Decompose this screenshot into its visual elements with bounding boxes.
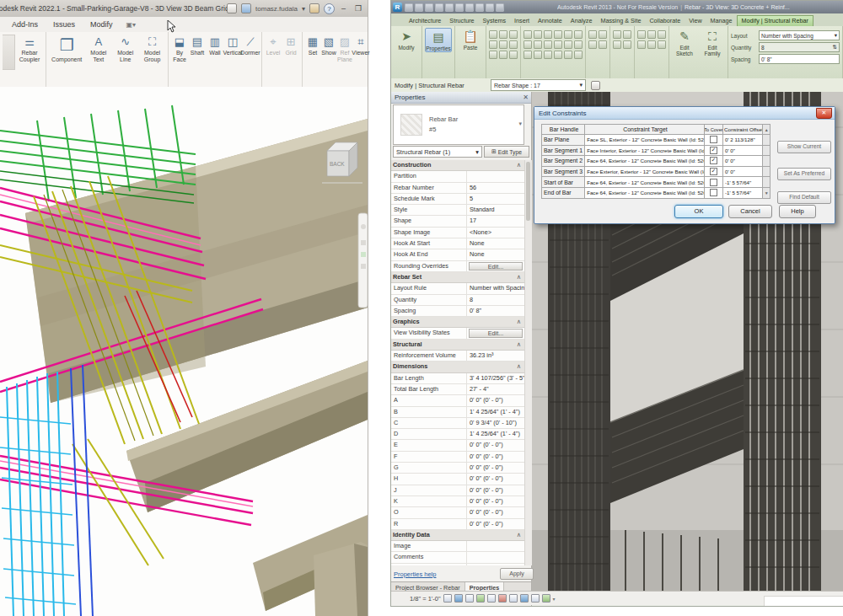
property-value[interactable]: 3' 4 107/256" (3' - 5") bbox=[467, 373, 524, 383]
property-row[interactable]: A0' 0" (0' - 0") bbox=[391, 395, 524, 406]
set-button[interactable]: ▦Set bbox=[305, 35, 320, 56]
property-row[interactable]: Comments bbox=[391, 552, 524, 563]
property-value[interactable]: 0' 0" (0' - 0") bbox=[467, 507, 524, 517]
table-scrollbar[interactable]: ▼ bbox=[763, 188, 771, 199]
property-row[interactable]: Rounding OverridesEdit... bbox=[391, 261, 524, 272]
component-button[interactable]: ❒Component bbox=[49, 35, 84, 63]
show-button[interactable]: ▧Show bbox=[321, 35, 336, 56]
property-row[interactable]: Rebar Number56 bbox=[391, 183, 524, 194]
user-menu-chevron-icon[interactable]: ▾ bbox=[302, 5, 305, 13]
left-titlebar[interactable]: Autodesk Revit 2022.1 - Small-Parking-Ga… bbox=[0, 0, 368, 18]
tab-view[interactable]: View bbox=[685, 16, 706, 26]
collapse-icon[interactable]: ∧ bbox=[517, 317, 524, 327]
property-value[interactable]: 0' 9 3/4" (0' - 10") bbox=[467, 418, 524, 428]
property-value[interactable]: None bbox=[467, 249, 524, 260]
help-icon[interactable]: ? bbox=[324, 3, 335, 14]
property-row[interactable]: StyleStandard bbox=[391, 205, 524, 216]
grid-button[interactable]: ⊞Grid bbox=[282, 35, 299, 56]
dialog-titlebar[interactable]: Edit Constraints ✕ bbox=[534, 107, 835, 120]
property-value[interactable]: <None> bbox=[467, 228, 524, 238]
crop-region-icon[interactable] bbox=[498, 594, 507, 603]
dialog-close-icon[interactable]: ✕ bbox=[816, 108, 832, 119]
temporary-hide-icon[interactable] bbox=[509, 594, 518, 603]
property-row[interactable]: Mark bbox=[391, 564, 524, 565]
modify-tool-button[interactable]: ➤ Modify bbox=[394, 28, 419, 51]
type-dropdown-chevron-icon[interactable]: ▾ bbox=[518, 121, 522, 127]
property-value[interactable]: 0' 0" (0' - 0") bbox=[467, 519, 524, 529]
modify-tools-cluster[interactable] bbox=[524, 28, 583, 59]
property-row[interactable]: D1' 4 25/64" (1' - 4") bbox=[391, 429, 524, 440]
to-cover-checkbox[interactable]: ✓ bbox=[710, 147, 717, 154]
collapse-icon[interactable]: ∧ bbox=[517, 530, 524, 540]
rebar-shape-dropdown[interactable]: Rebar Shape : 17 ▾ bbox=[491, 79, 586, 91]
collapse-icon[interactable]: ∧ bbox=[517, 160, 524, 170]
close-properties-icon[interactable]: ✕ bbox=[523, 94, 529, 101]
section-header[interactable]: Rebar Set∧ bbox=[391, 272, 524, 283]
minimize-button[interactable]: – bbox=[339, 4, 348, 13]
constraint-row[interactable]: Bar PlaneFace SL, Exterior - 12" Concret… bbox=[541, 135, 771, 146]
options-more-icon[interactable] bbox=[591, 81, 600, 90]
detail-level-icon[interactable] bbox=[443, 594, 452, 603]
property-row[interactable]: G0' 0" (0' - 0") bbox=[391, 463, 524, 474]
tab-massing-site[interactable]: Massing & Site bbox=[596, 16, 645, 26]
properties-palette-header[interactable]: Properties ✕ bbox=[391, 92, 531, 104]
property-value[interactable]: 0' 0" (0' - 0") bbox=[467, 440, 524, 450]
property-row[interactable]: B1' 4 25/64" (1' - 4") bbox=[391, 407, 524, 418]
constraint-offset-cell[interactable]: 0' 0" bbox=[723, 146, 763, 157]
view-tools-cluster[interactable] bbox=[588, 28, 607, 49]
type-preview[interactable]: Rebar Bar #5 ▾ bbox=[393, 104, 524, 145]
tab-add-ins[interactable]: Add-Ins bbox=[5, 19, 45, 30]
vertical-button[interactable]: ◫Vertical bbox=[224, 35, 241, 56]
layout-dropdown[interactable]: Number with Spacing ▾ bbox=[759, 30, 840, 40]
property-value[interactable] bbox=[467, 171, 524, 181]
analytical-model-icon[interactable] bbox=[531, 594, 540, 603]
scrollbar-thumb[interactable] bbox=[526, 162, 530, 221]
property-value[interactable]: 36.23 in³ bbox=[467, 351, 524, 361]
properties-scrollbar[interactable] bbox=[524, 160, 532, 565]
user-avatar-icon[interactable] bbox=[241, 3, 251, 13]
tab-systems[interactable]: Systems bbox=[479, 16, 511, 26]
set-as-preferred-button[interactable]: Set As Preferred bbox=[777, 168, 831, 180]
property-value[interactable]: Standard bbox=[467, 205, 524, 215]
property-value[interactable]: 5 bbox=[467, 194, 524, 204]
property-value[interactable] bbox=[467, 552, 524, 562]
measure-tools-cluster[interactable] bbox=[613, 28, 631, 49]
property-row[interactable]: F0' 0" (0' - 0") bbox=[391, 452, 524, 463]
property-value[interactable]: 0' 0" (0' - 0") bbox=[467, 452, 524, 462]
model-group-button[interactable]: ⛶Model Group bbox=[139, 35, 165, 63]
by-face-button[interactable]: ⬓By Face bbox=[171, 35, 188, 63]
property-row[interactable]: Bar Length3' 4 107/256" (3' - 5") bbox=[391, 373, 524, 384]
property-value[interactable]: None bbox=[467, 238, 524, 249]
constraint-offset-cell[interactable]: 0' 2 113/128" bbox=[723, 135, 763, 146]
property-row[interactable]: Quantity8 bbox=[391, 295, 524, 306]
reveal-hidden-icon[interactable] bbox=[520, 594, 529, 603]
constraint-row[interactable]: End of BarFace 64, Exterior - 12" Concre… bbox=[541, 188, 771, 199]
to-cover-checkbox[interactable]: ✓ bbox=[710, 157, 717, 164]
table-scroll-up-icon[interactable]: ▲ bbox=[763, 124, 771, 135]
constraint-row[interactable]: Start of BarFace 64, Exterior - 12" Conc… bbox=[541, 177, 771, 188]
tab-annotate[interactable]: Annotate bbox=[534, 16, 566, 26]
property-row[interactable]: Image bbox=[391, 541, 524, 552]
table-scrollbar[interactable] bbox=[763, 177, 771, 188]
model-text-button[interactable]: AModel Text bbox=[85, 35, 111, 63]
store-icon[interactable] bbox=[309, 3, 319, 13]
collapse-icon[interactable]: ∧ bbox=[517, 340, 524, 350]
property-value[interactable] bbox=[467, 541, 524, 551]
cancel-button[interactable]: Cancel bbox=[728, 205, 772, 218]
right-titlebar[interactable]: R Autodesk Revit 2013 - Not For Resale V… bbox=[391, 1, 843, 13]
tab-manage[interactable]: Manage bbox=[706, 16, 737, 26]
property-row[interactable]: Spacing0' 8" bbox=[391, 306, 524, 317]
edit-sketch-button[interactable]: ✎Edit Sketch bbox=[672, 28, 697, 56]
property-value[interactable]: 27' - 4" bbox=[467, 384, 524, 394]
paste-button[interactable]: 📋 Paste bbox=[458, 28, 483, 51]
edit-button[interactable]: Edit... bbox=[469, 262, 523, 271]
property-value[interactable]: 17 bbox=[467, 216, 524, 226]
property-row[interactable]: E0' 0" (0' - 0") bbox=[391, 440, 524, 451]
to-cover-checkbox[interactable] bbox=[710, 179, 717, 186]
edit-button[interactable]: Edit... bbox=[469, 329, 523, 337]
crop-view-icon[interactable] bbox=[487, 594, 496, 603]
table-scrollbar[interactable] bbox=[763, 156, 771, 167]
property-value[interactable]: 1' 4 25/64" (1' - 4") bbox=[467, 429, 524, 439]
constraint-row[interactable]: Bar Segment 3Face Exterior, Exterior - 1… bbox=[541, 167, 771, 178]
property-row[interactable]: Hook At StartNone bbox=[391, 238, 524, 249]
